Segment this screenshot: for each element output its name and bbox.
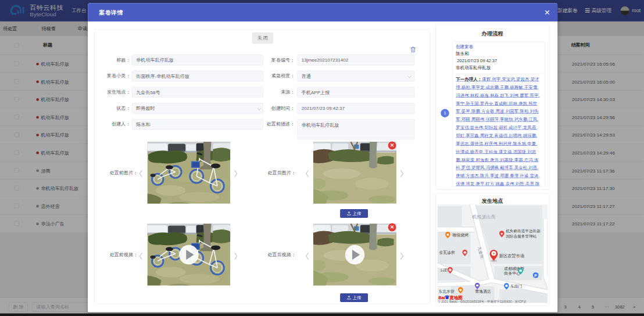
svg-text:国际合服务管理站: 国际合服务管理站 xyxy=(506,234,536,239)
svg-text:东北水饺: 东北水饺 xyxy=(438,289,455,294)
svg-text:商务中心: 商务中心 xyxy=(504,271,520,275)
svg-text:机投派出所: 机投派出所 xyxy=(472,214,496,220)
svg-text:金瓦诊所: 金瓦诊所 xyxy=(439,250,455,255)
svg-text:P: P xyxy=(534,274,537,278)
svg-text:暇镜烧烤: 暇镜烧烤 xyxy=(452,233,468,238)
svg-text:© 2021 Baidu - GS(2019)5218号 -: © 2021 Baidu - GS(2019)5218号 - 甲测资字11009… xyxy=(438,300,527,303)
svg-text:口腔: 口腔 xyxy=(441,268,449,272)
svg-text:机头桥街道半边街新: 机头桥街道半边街新 xyxy=(506,229,541,234)
svg-text:东南门: 东南门 xyxy=(510,284,523,288)
svg-text:新区农贸市场: 新区农贸市场 xyxy=(499,253,524,258)
svg-text:青逸酒店: 青逸酒店 xyxy=(475,289,491,294)
